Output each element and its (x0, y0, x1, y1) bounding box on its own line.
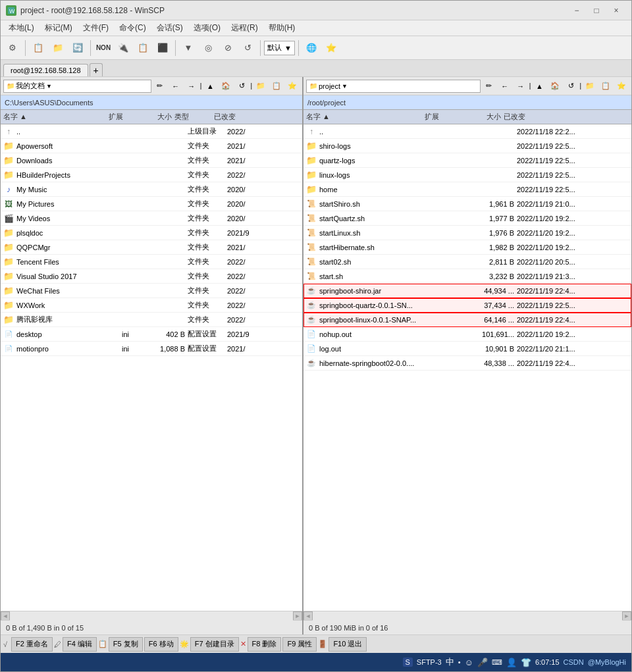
f10-exit-btn[interactable]: F10 退出 (329, 637, 367, 652)
right-hscroll-left[interactable]: ◄ (303, 611, 313, 621)
right-file-row[interactable]: 📁 quartz-logs 2022/11/19 22:5... (303, 153, 631, 168)
right-file-row[interactable]: 📁 shiro-logs 2022/11/19 22:5... (303, 139, 631, 153)
left-nav-refresh[interactable]: ↺ (234, 79, 249, 93)
right-hscroll[interactable]: ◄ ► (303, 611, 631, 620)
toolbar-btn4[interactable]: 🔌 (114, 39, 132, 57)
toolbar-refresh-btn[interactable]: 🔄 (68, 39, 87, 57)
toolbar-btn1[interactable]: 📋 (29, 39, 47, 57)
right-nav-btn1[interactable]: ✏ (482, 79, 496, 93)
toolbar-btn3[interactable]: NON (94, 39, 113, 57)
left-nav-btn1[interactable]: ✏ (153, 79, 167, 93)
left-nav-home[interactable]: 🏠 (219, 79, 233, 93)
left-hscroll[interactable]: ◄ ► (1, 611, 302, 620)
menu-help[interactable]: 帮助(H) (263, 21, 301, 35)
left-file-row[interactable]: 📁 HBuilderProjects 文件夹 2022/ (1, 168, 302, 182)
toolbar-btn6[interactable]: ⬛ (153, 39, 172, 57)
right-file-row[interactable]: ☕ springboot-shiro.jar 44,934 ... 2022/1… (303, 284, 631, 298)
right-file-row[interactable]: ☕ hibernate-springboot02-0.0.... 48,338 … (303, 356, 631, 371)
right-hscroll-track[interactable] (313, 611, 622, 621)
f2-rename-btn[interactable]: F2 重命名 (11, 637, 53, 652)
right-col-ext[interactable]: 扩展 (425, 112, 451, 122)
right-nav-forward[interactable]: → (514, 79, 528, 93)
left-col-ext[interactable]: 扩展 (109, 112, 135, 122)
toolbar-btn10[interactable]: ↺ (238, 39, 257, 57)
right-col-name[interactable]: 名字 ▲ (306, 112, 425, 122)
left-col-date[interactable]: 已改变 (214, 112, 300, 122)
toolbar-btn7[interactable]: ▼ (179, 39, 198, 57)
right-file-row[interactable]: 📜 startHibernate.sh 1,982 B 2022/11/20 1… (303, 240, 631, 255)
left-file-row[interactable]: 🖼 My Pictures 文件夹 2020/ (1, 197, 302, 211)
right-file-row[interactable]: 📜 start02.sh 2,811 B 2022/11/20 20:5... (303, 255, 631, 269)
left-col-type[interactable]: 类型 (174, 112, 214, 122)
menu-options[interactable]: 选项(O) (188, 21, 226, 35)
f4-edit-btn[interactable]: F4 编辑 (63, 637, 97, 652)
right-file-row[interactable]: ☕ springboot-quartz-0.0.1-SN... 37,434 .… (303, 298, 631, 313)
right-file-row[interactable]: 📜 startShiro.sh 1,961 B 2022/11/19 21:0.… (303, 197, 631, 211)
right-file-row[interactable]: 📜 startLinux.sh 1,976 B 2022/11/20 19:2.… (303, 226, 631, 240)
left-nav-back[interactable]: ← (169, 79, 183, 93)
f7-mkdir-btn[interactable]: F7 创建目录 (190, 637, 239, 652)
right-nav-home[interactable]: 🏠 (548, 79, 562, 93)
left-file-row[interactable]: 📁 Visual Studio 2017 文件夹 2022/ (1, 269, 302, 284)
menu-file[interactable]: 文件(F) (78, 21, 114, 35)
left-hscroll-track[interactable] (10, 611, 293, 621)
right-file-row[interactable]: 📜 start.sh 3,232 B 2022/11/19 21:3... (303, 269, 631, 284)
right-nav-refresh[interactable]: ↺ (564, 79, 578, 93)
right-file-row[interactable]: ☕ springboot-linux-0.0.1-SNAP... 64,146 … (303, 313, 631, 327)
right-file-row[interactable]: 📄 nohup.out 101,691... 2022/11/20 19:2..… (303, 327, 631, 342)
minimize-button[interactable]: − (567, 4, 587, 17)
left-file-row[interactable]: ↑ .. 上级目录 2022/ (1, 124, 302, 139)
right-file-row[interactable]: ↑ .. 2022/11/18 22:2... (303, 124, 631, 139)
menu-mark[interactable]: 标记(M) (40, 21, 78, 35)
toolbar-icon-btn[interactable]: 🌐 (302, 39, 321, 57)
left-file-row[interactable]: 🎬 My Videos 文件夹 2020/ (1, 211, 302, 226)
toolbar-star-btn[interactable]: ⭐ (322, 39, 340, 57)
toolbar-btn2[interactable]: 📁 (49, 39, 67, 57)
left-col-name[interactable]: 名字 ▲ (3, 112, 109, 122)
right-file-row[interactable]: 📜 startQuartz.sh 1,977 B 2022/11/20 19:2… (303, 211, 631, 226)
left-col-size[interactable]: 大小 (135, 112, 174, 122)
right-file-row[interactable]: 📄 log.out 10,901 B 2022/11/20 21:1... (303, 342, 631, 356)
left-nav-forward[interactable]: → (184, 79, 199, 93)
left-nav-btn2[interactable]: 📁 (253, 79, 268, 93)
f9-props-btn[interactable]: F9 属性 (282, 637, 317, 652)
right-col-size[interactable]: 大小 (451, 112, 504, 122)
right-file-row[interactable]: 📁 home 2022/11/19 22:5... (303, 182, 631, 197)
toolbar-settings-btn[interactable]: ⚙ (3, 39, 22, 57)
f8-delete-btn[interactable]: F8 删除 (248, 637, 282, 652)
left-file-row[interactable]: 📁 plsqldoc 文件夹 2021/9 (1, 226, 302, 240)
left-file-row[interactable]: 📁 腾讯影视库 文件夹 2022/ (1, 313, 302, 327)
toolbar-dropdown[interactable]: 默认 ▼ (264, 41, 295, 55)
left-nav-btn4[interactable]: ⭐ (285, 79, 300, 93)
left-hscroll-right[interactable]: ► (293, 611, 302, 621)
toolbar-btn9[interactable]: ⊘ (219, 39, 237, 57)
left-file-row[interactable]: 📄 motionpro ini 1,088 B 配置设置 2021/ (1, 342, 302, 356)
left-nav-btn3[interactable]: 📋 (269, 79, 284, 93)
left-file-row[interactable]: 📁 Downloads 文件夹 2021/ (1, 153, 302, 168)
right-nav-btn4[interactable]: ⭐ (614, 79, 629, 93)
left-file-row[interactable]: 📄 desktop ini 402 B 配置设置 2021/9 (1, 327, 302, 342)
left-hscroll-left[interactable]: ◄ (1, 611, 10, 621)
left-file-row[interactable]: ♪ My Music 文件夹 2020/ (1, 182, 302, 197)
right-nav-up[interactable]: ▲ (532, 79, 546, 93)
f6-move-btn[interactable]: F6 移动 (144, 637, 178, 652)
right-nav-back[interactable]: ← (498, 79, 512, 93)
menu-command[interactable]: 命令(C) (114, 21, 151, 35)
new-tab-button[interactable]: + (90, 63, 103, 76)
toolbar-btn8[interactable]: ◎ (199, 39, 217, 57)
right-nav-btn2[interactable]: 📁 (583, 79, 597, 93)
right-hscroll-right[interactable]: ► (622, 611, 631, 621)
left-file-row[interactable]: 📁 WeChat Files 文件夹 2022/ (1, 284, 302, 298)
close-button[interactable]: × (606, 4, 626, 17)
right-file-row[interactable]: 📁 linux-logs 2022/11/19 22:5... (303, 168, 631, 182)
toolbar-btn5[interactable]: 📋 (134, 39, 152, 57)
left-file-row[interactable]: 📁 Apowersoft 文件夹 2021/ (1, 139, 302, 153)
left-file-row[interactable]: 📁 WXWork 文件夹 2022/ (1, 298, 302, 313)
left-file-row[interactable]: 📁 Tencent Files 文件夹 2022/ (1, 255, 302, 269)
maximize-button[interactable]: □ (587, 4, 606, 17)
left-path-dropdown[interactable]: 📁 我的文档 ▼ (3, 80, 151, 93)
right-col-date[interactable]: 已改变 (504, 112, 629, 122)
f5-copy-btn[interactable]: F5 复制 (109, 637, 143, 652)
menu-local[interactable]: 本地(L) (3, 21, 40, 35)
left-file-row[interactable]: 📁 QQPCMgr 文件夹 2021/ (1, 240, 302, 255)
